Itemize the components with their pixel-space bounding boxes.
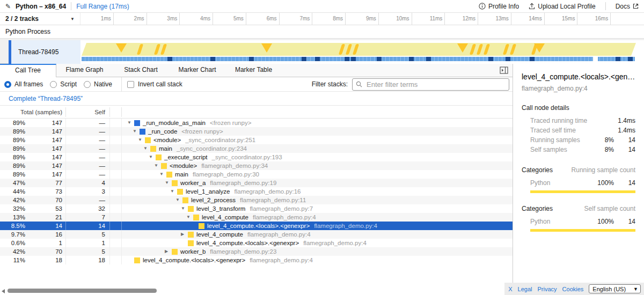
spacer-cell (110, 247, 122, 256)
process-track-header[interactable]: Python Process (0, 25, 644, 39)
file-location: <frozen runpy> (210, 119, 251, 127)
radio-icon[interactable] (84, 81, 91, 88)
expand-arrow-icon[interactable]: ▼ (138, 136, 145, 144)
call-tree-row[interactable]: 9.7%165▶level_4_computeflamegraph_demo.p… (0, 230, 513, 239)
edit-pencil-icon[interactable]: ✎ (5, 3, 11, 10)
thread-track-label[interactable]: Thread-78495 (11, 40, 80, 64)
call-tree-row[interactable]: 89%147—▼_run_module_as_main<frozen runpy… (0, 119, 513, 127)
self-samples: 5 (66, 247, 110, 256)
category-square-icon (188, 206, 194, 212)
category-square-icon (166, 172, 172, 178)
category-square-icon (150, 146, 156, 152)
radio-native[interactable]: Native (84, 80, 112, 88)
filter-input[interactable] (352, 78, 509, 91)
footer-link-legal[interactable]: Legal (518, 286, 532, 292)
sample-block (530, 57, 535, 61)
expand-arrow-icon[interactable]: ▼ (149, 153, 156, 161)
spacer-column (110, 107, 122, 117)
call-tree-row[interactable]: 8.5%1414level_4_compute.<locals>.<genexp… (0, 222, 513, 230)
call-tree-row[interactable]: 44%733▼level_1_analyzeflamegraph_demo.py… (0, 187, 513, 196)
spacer-cell (110, 213, 122, 222)
horizontal-scrollbar-thumb[interactable] (8, 289, 157, 293)
call-tree-row[interactable]: 0.6%11level_4_compute.<locals>.<genexpr>… (0, 239, 513, 247)
total-percent: 89% (0, 136, 28, 144)
function-name: _run_code (148, 127, 177, 136)
call-tree-row[interactable]: 89%147—▼_execute_script_sync_coordinator… (0, 153, 513, 161)
radio-icon[interactable] (50, 81, 57, 88)
full-range-link[interactable]: Full Range (17ms) (76, 3, 129, 10)
category-name: Python (522, 218, 591, 225)
tab-call-tree[interactable]: Call Tree (0, 64, 56, 77)
total-samples: 147 (28, 127, 66, 136)
tracks-dropdown-button[interactable]: 2 / 2 tracks ▼ (0, 13, 80, 25)
breadcrumb-complete-thread-link[interactable]: Complete “Thread-78495” (9, 95, 83, 102)
call-tree-row[interactable]: 11%1818level_4_compute.<locals>.<genexpr… (0, 256, 513, 264)
function-name: level_4_compute (202, 213, 248, 222)
radio-script[interactable]: Script (50, 80, 77, 88)
footer-link-privacy[interactable]: Privacy (538, 286, 557, 292)
ruler-tick: 3ms (147, 13, 180, 25)
tab-stack-chart[interactable]: Stack Chart (113, 64, 169, 77)
call-tree-row[interactable]: 89%147—▼_run_code<frozen runpy> (0, 127, 513, 136)
call-tree-row[interactable]: 42%70—▼level_2_processflamegraph_demo.py… (0, 196, 513, 204)
open-sidebar-button[interactable] (500, 67, 508, 74)
marker-triangle-icon[interactable] (457, 43, 468, 53)
invert-checkbox[interactable] (127, 81, 134, 88)
call-tree-row[interactable]: 42%705▶worker_bflamegraph_demo.py:23 (0, 247, 513, 256)
expand-arrow-icon[interactable]: ▼ (143, 144, 150, 153)
call-tree-row[interactable]: 89%147—▼<module>flamegraph_demo.py:34 (0, 161, 513, 170)
filter-stacks-label: Filter stacks: (312, 80, 348, 88)
expand-arrow-icon[interactable]: ▼ (165, 179, 172, 187)
expand-arrow-icon[interactable]: ▼ (186, 213, 193, 222)
file-location: flamegraph_demo.py:19 (210, 179, 276, 187)
total-samples: 1 (28, 239, 66, 247)
call-tree-row[interactable]: 89%147—▼main_sync_coordinator.py:234 (0, 144, 513, 153)
expand-arrow-icon[interactable]: ▼ (175, 196, 182, 204)
tab-marker-table[interactable]: Marker Table (225, 64, 282, 77)
expand-arrow-icon[interactable]: ▼ (159, 170, 166, 179)
total-percent: 89% (0, 161, 28, 170)
expand-arrow-icon[interactable]: ▼ (127, 119, 134, 127)
expand-arrow-icon[interactable]: ▼ (181, 204, 188, 213)
expand-arrow-icon[interactable]: ▶ (181, 230, 188, 239)
scroll-left-arrow[interactable] (2, 289, 5, 293)
spacer-cell (110, 144, 122, 153)
thread-activity-canvas[interactable] (80, 40, 644, 64)
expand-arrow-icon[interactable]: ▼ (154, 161, 161, 170)
tab-marker-chart[interactable]: Marker Chart (169, 64, 225, 77)
total-samples-header[interactable]: Total (samples) (0, 107, 66, 117)
total-percent: 9.7% (0, 230, 28, 239)
expand-arrow-icon[interactable]: ▶ (165, 247, 172, 256)
self-header[interactable]: Self (66, 107, 110, 117)
total-percent: 44% (0, 187, 28, 196)
language-select[interactable]: English (US) ▼ (589, 284, 641, 293)
category-square-icon (145, 137, 151, 143)
tab-flame-graph[interactable]: Flame Graph (56, 64, 113, 77)
upload-profile-button[interactable]: Upload Local Profile (529, 3, 595, 10)
footer-link-cookies[interactable]: Cookies (562, 286, 584, 292)
marker-triangle-icon[interactable] (261, 43, 272, 53)
expand-arrow-icon[interactable]: ▼ (133, 127, 140, 136)
category-square-icon (199, 223, 204, 229)
docs-link[interactable]: Docs (616, 3, 639, 10)
tracks-summary-text: 2 / 2 tracks (5, 15, 39, 23)
profile-info-button[interactable]: Profile Info (479, 3, 519, 10)
call-tree-row[interactable]: 32%5332▼level_3_transformflamegraph_demo… (0, 204, 513, 213)
call-tree-rows: 89%147—▼_run_module_as_main<frozen runpy… (0, 119, 513, 264)
call-tree-row[interactable]: 89%147—▼<module>_sync_coordinator.py:251 (0, 136, 513, 144)
call-tree-row[interactable]: 89%147—▼mainflamegraph_demo.py:30 (0, 170, 513, 179)
call-tree-row[interactable]: 47%774▼worker_aflamegraph_demo.py:19 (0, 179, 513, 187)
sample-block (249, 57, 254, 61)
invert-label: Invert call stack (138, 80, 182, 88)
radio-icon[interactable] (4, 81, 11, 88)
radio-all-frames[interactable]: All frames (4, 80, 43, 88)
call-tree-row[interactable]: 13%217▼level_4_computeflamegraph_demo.py… (0, 213, 513, 222)
category-row: Python100%14 (522, 217, 635, 226)
expand-arrow-icon[interactable]: ▼ (170, 187, 177, 196)
function-name: level_4_compute.<locals>.<genexpr> (196, 239, 299, 247)
invert-call-stack-toggle[interactable]: Invert call stack (127, 80, 182, 88)
timeline-ruler[interactable]: 1ms2ms3ms4ms5ms6ms7ms8ms9ms10ms11ms12ms1… (80, 13, 644, 25)
footer-link-x[interactable]: X (508, 286, 512, 292)
marker-triangle-icon[interactable] (116, 43, 127, 53)
total-samples: 70 (28, 196, 66, 204)
